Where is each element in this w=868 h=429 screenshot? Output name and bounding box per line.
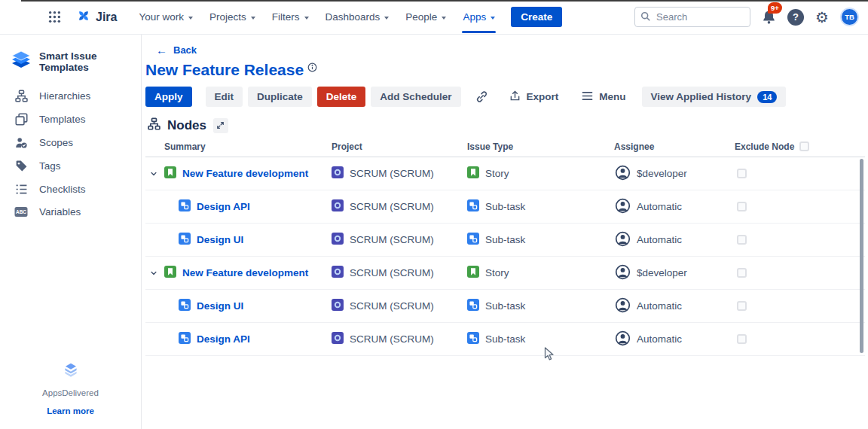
sidebar-item-label: Checklists [39,184,86,195]
summary-link[interactable]: Design UI [197,234,243,245]
assignee-avatar-icon [615,231,631,249]
export-label: Export [527,91,559,102]
sidebar-item-label: Hierarchies [39,90,90,102]
sidebar-app-header[interactable]: Smart Issue Templates [0,35,141,84]
exclude-node-checkbox[interactable] [737,334,747,344]
summary-link[interactable]: Design UI [197,300,243,312]
summary-link[interactable]: Design API [197,201,250,212]
sidebar-app-title: Smart Issue Templates [39,50,132,73]
table-row: Design UI SCRUM (SCRUM) Sub-task Automat… [145,224,865,257]
nav-item-label: Dashboards [326,11,381,23]
project-avatar-icon [332,299,344,313]
exclude-node-checkbox[interactable] [737,268,747,278]
checklist-icon [14,183,28,196]
chevron-down-icon [442,17,446,20]
exclude-node-checkbox[interactable] [737,301,747,311]
assignee-avatar-icon [615,165,631,183]
exclude-node-label: Exclude Node [735,141,794,152]
notifications-button[interactable]: 9+ [762,8,776,27]
menu-label: Menu [599,91,625,102]
exclude-all-checkbox[interactable] [799,141,809,151]
summary-link[interactable]: Design API [197,333,250,345]
history-count-badge: 14 [757,91,777,103]
jira-brand[interactable]: Jira [76,8,117,26]
sidebar-item-variables[interactable]: ABC Variables [0,201,141,223]
page-title: New Feature Release [145,61,304,79]
back-arrow-icon: ← [156,44,167,56]
sidebar-item-label: Variables [39,206,81,218]
project-name: SCRUM (SCRUM) [350,168,434,179]
sidebar-item-tags[interactable]: Tags [0,154,141,178]
nav-item-label: People [405,11,437,23]
nav-item-dashboards[interactable]: Dashboards [317,0,398,35]
sidebar-item-label: Tags [39,160,61,172]
project-name: SCRUM (SCRUM) [350,201,434,212]
summary-link[interactable]: New Feature development [182,267,308,278]
exclude-node-checkbox[interactable] [737,169,747,178]
project-name: SCRUM (SCRUM) [350,333,434,345]
view-applied-history-label: View Applied History [651,91,752,102]
assignee-avatar-icon [615,264,631,282]
sidebar-item-hierarchies[interactable]: Hierarchies [0,84,141,108]
info-icon[interactable] [307,62,317,75]
nav-item-label: Filters [272,11,300,23]
duplicate-button[interactable]: Duplicate [248,87,312,107]
help-icon[interactable]: ? [787,9,804,26]
project-avatar-icon [332,332,344,346]
menu-button[interactable]: Menu [576,91,631,103]
exclude-node-checkbox[interactable] [737,235,747,245]
project-avatar-icon [332,199,344,214]
column-header-exclude-node: Exclude Node [725,141,865,152]
apply-button[interactable]: Apply [145,87,192,107]
nodes-section-title: Nodes [167,118,206,133]
person-check-icon [14,136,28,149]
edit-button[interactable]: Edit [206,87,243,107]
project-avatar-icon [332,166,344,181]
window-top-edge [21,0,868,2]
sidebar-item-scopes[interactable]: Scopes [0,131,141,154]
nav-item-filters[interactable]: Filters [264,0,317,35]
link-icon[interactable] [470,90,494,104]
chevron-down-icon [491,17,495,20]
subtask-issue-icon [467,332,479,346]
back-label: Back [173,44,197,56]
sidebar-item-checklists[interactable]: Checklists [0,178,141,201]
search-input[interactable] [634,7,750,27]
nav-item-people[interactable]: People [397,0,454,35]
create-button[interactable]: Create [511,7,562,27]
user-avatar[interactable]: TB [840,8,859,26]
nav-item-label: Your work [139,11,184,23]
nav-item-apps[interactable]: Apps [454,0,503,35]
back-link[interactable]: ← Back [156,44,197,56]
chevron-down-icon [384,17,389,20]
template-toolbar: Apply Edit Duplicate Delete Add Schedule… [145,87,868,107]
add-scheduler-button[interactable]: Add Scheduler [371,87,460,107]
column-header-assignee: Assignee [603,141,725,152]
story-issue-icon [164,166,176,181]
summary-link[interactable]: New Feature development [182,168,308,179]
subtask-issue-icon [179,233,191,247]
nav-item-projects[interactable]: Projects [201,0,264,35]
project-name: SCRUM (SCRUM) [350,234,434,245]
chevron-down-icon[interactable] [148,269,158,277]
sidebar-item-templates[interactable]: Templates [0,108,141,131]
gear-icon[interactable]: ⚙ [815,10,829,25]
top-right-cluster: 9+ ? ⚙ TB [634,7,859,27]
delete-button[interactable]: Delete [317,87,366,107]
chevron-down-icon [304,17,309,20]
assignee-name: Automatic [637,333,682,345]
view-applied-history-button[interactable]: View Applied History 14 [642,87,787,107]
expand-icon[interactable] [213,118,228,133]
hierarchy-icon [14,90,28,102]
nav-item-your-work[interactable]: Your work [130,0,201,35]
export-button[interactable]: Export [503,90,565,104]
assignee-name: Automatic [637,201,682,212]
apps-delivered-brand: AppsDelivered [0,388,141,397]
sidebar-footer: AppsDelivered Learn more [0,361,141,417]
learn-more-link[interactable]: Learn more [47,406,94,415]
assignee-name: Automatic [637,234,682,245]
table-scrollbar[interactable] [860,159,863,353]
chevron-down-icon[interactable] [148,170,158,178]
exclude-node-checkbox[interactable] [737,202,747,211]
app-switcher-grid-icon[interactable] [44,11,66,23]
